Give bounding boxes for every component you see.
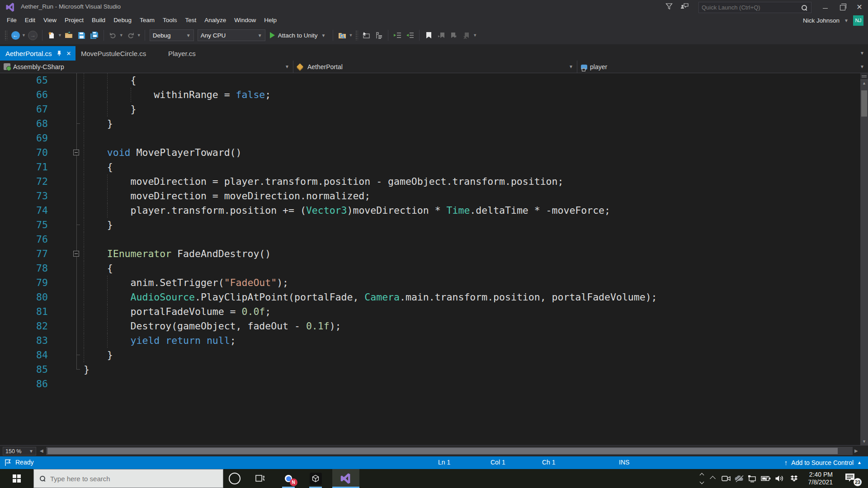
close-button[interactable]: ✕ [851, 0, 868, 14]
menu-item-tools[interactable]: Tools [159, 14, 181, 26]
horizontal-scrollbar[interactable] [46, 447, 853, 455]
find-options-dropdown[interactable]: ▼ [349, 33, 353, 38]
project-dropdown[interactable]: Assembly-CSharp ▼ [0, 61, 293, 73]
toolbar-grip-2[interactable] [355, 30, 358, 40]
code-line[interactable]: 74 player.transform.position += (Vector3… [0, 203, 860, 218]
menu-item-test[interactable]: Test [181, 14, 200, 26]
save-icon[interactable] [77, 30, 87, 40]
scroll-left-icon[interactable]: ◀ [40, 448, 43, 453]
code-line[interactable]: 81 portalFadeVolume = 0.0f; [0, 305, 860, 319]
code-line[interactable]: 67 } [0, 102, 860, 117]
show-hidden-icons-button[interactable] [706, 469, 719, 488]
menu-item-edit[interactable]: Edit [21, 14, 39, 26]
toolbar-grip[interactable] [5, 30, 7, 40]
add-to-source-control-button[interactable]: ↑ Add to Source Control ▲ [784, 459, 862, 466]
previous-bookmark-icon[interactable] [436, 30, 446, 40]
save-all-icon[interactable] [90, 30, 99, 40]
tab-movepustulecircle-cs[interactable]: MovePustuleCircle.cs [75, 46, 163, 61]
horizontal-scrollbar-thumb[interactable] [47, 448, 838, 454]
code-line[interactable]: 65 { [0, 73, 860, 88]
splitter-handle[interactable] [860, 73, 868, 80]
vertical-scrollbar[interactable]: ▲ ▼ [860, 73, 868, 445]
code-line[interactable]: 86 [0, 377, 860, 391]
open-file-icon[interactable] [64, 30, 74, 40]
scroll-up-icon[interactable]: ▲ [860, 80, 868, 87]
tab-aetherportal-cs[interactable]: AetherPortal.cs✕ [0, 46, 75, 61]
code-line[interactable]: 70 void MovePlayerToward() [0, 145, 860, 160]
collapse-region-icon[interactable] [73, 150, 79, 155]
attach-dropdown[interactable]: ▼ [321, 33, 326, 38]
close-tab-icon[interactable]: ✕ [66, 50, 71, 57]
network-status-icon[interactable] [746, 469, 759, 488]
chevron-down-icon[interactable]: ▼ [844, 18, 849, 23]
action-center-button[interactable]: 23 [844, 473, 861, 484]
find-in-files-icon[interactable] [337, 30, 347, 40]
undo-dropdown[interactable]: ▼ [119, 33, 123, 38]
notifications-filter-icon[interactable] [665, 3, 675, 12]
code-line[interactable]: 71 { [0, 160, 860, 174]
taskbar-search-box[interactable] [33, 469, 223, 488]
code-line[interactable]: 66 withinRange = false; [0, 88, 860, 102]
minimize-button[interactable] [816, 0, 834, 14]
solution-platform-dropdown[interactable]: Any CPU▼ [198, 29, 265, 41]
menu-item-file[interactable]: File [3, 14, 21, 26]
code-line[interactable]: 75 } [0, 218, 860, 232]
background-tasks-icon[interactable] [5, 459, 12, 466]
redo-dropdown[interactable]: ▼ [137, 33, 141, 38]
tab-list-dropdown[interactable]: ▼ [860, 51, 864, 56]
new-file-dropdown[interactable]: ▼ [58, 33, 62, 38]
start-button[interactable] [0, 469, 33, 488]
cortana-button[interactable] [225, 469, 245, 488]
navigate-backward-icon[interactable]: ← [10, 30, 20, 40]
scroll-right-icon[interactable]: ▶ [854, 448, 858, 453]
toggle-bookmark-icon[interactable] [424, 30, 434, 40]
quick-launch-input[interactable] [699, 4, 801, 11]
scroll-down-icon[interactable]: ▼ [860, 438, 868, 445]
pin-icon[interactable] [57, 51, 62, 56]
code-line[interactable]: 77 IEnumerator FadeAndDestroy() [0, 247, 860, 261]
undo-icon[interactable] [108, 30, 118, 40]
clear-bookmarks-icon[interactable] [462, 30, 472, 40]
code-line[interactable]: 85} [0, 362, 860, 377]
bookmark-options-dropdown[interactable]: ▼ [473, 33, 477, 38]
visual-studio-taskbar-icon[interactable] [332, 469, 359, 488]
solution-configuration-dropdown[interactable]: Debug▼ [150, 29, 194, 41]
new-file-icon[interactable] [47, 30, 57, 40]
onedrive-paused-icon[interactable] [733, 469, 745, 488]
document-outline-icon[interactable] [374, 30, 384, 40]
code-line[interactable]: 68 } [0, 117, 860, 131]
navigate-backward-dropdown[interactable]: ▼ [22, 33, 26, 38]
code-line[interactable]: 73 moveDirection = moveDirection.normali… [0, 189, 860, 203]
menu-item-analyze[interactable]: Analyze [200, 14, 230, 26]
code-line[interactable]: 82 Destroy(gameObject, fadeOut - 0.1f); [0, 319, 860, 333]
code-line[interactable]: 80 AudioSource.PlayClipAtPoint(portalFad… [0, 290, 860, 305]
code-line[interactable]: 79 anim.SetTrigger("FadeOut"); [0, 276, 860, 290]
chrome-taskbar-icon[interactable]: N [278, 469, 298, 488]
menu-item-project[interactable]: Project [61, 14, 88, 26]
battery-charging-icon[interactable] [760, 469, 772, 488]
member-dropdown[interactable]: player ▼ [577, 61, 868, 73]
code-line[interactable]: 69 [0, 131, 860, 145]
menu-item-view[interactable]: View [39, 14, 61, 26]
restore-button[interactable] [834, 0, 851, 14]
menu-item-window[interactable]: Window [230, 14, 260, 26]
task-view-button[interactable] [250, 469, 270, 488]
feedback-icon[interactable] [680, 3, 690, 12]
avatar[interactable]: NJ [853, 15, 863, 26]
collapse-region-icon[interactable] [73, 251, 79, 257]
tray-scroll-arrows[interactable] [697, 469, 706, 488]
next-bookmark-icon[interactable] [449, 30, 459, 40]
unity-taskbar-icon[interactable] [306, 469, 326, 488]
attach-to-unity-button[interactable]: Attach to Unity ▼ [270, 32, 328, 39]
code-area[interactable]: 65 {66 withinRange = false;67 }68 }6970 … [0, 73, 860, 445]
dropbox-icon[interactable] [788, 469, 800, 488]
tab-player-cs[interactable]: Player.cs [163, 46, 228, 61]
menu-item-debug[interactable]: Debug [109, 14, 136, 26]
taskbar-search-input[interactable] [49, 474, 223, 483]
type-dropdown[interactable]: AetherPortal ▼ [293, 61, 577, 73]
volume-icon[interactable] [774, 469, 786, 488]
user-name[interactable]: Nick Johnson [803, 17, 840, 24]
taskbar-clock[interactable]: 2:40 PM 7/8/2021 [801, 471, 833, 486]
zoom-level-dropdown[interactable]: 150 %▼ [3, 447, 36, 455]
menu-item-build[interactable]: Build [88, 14, 109, 26]
